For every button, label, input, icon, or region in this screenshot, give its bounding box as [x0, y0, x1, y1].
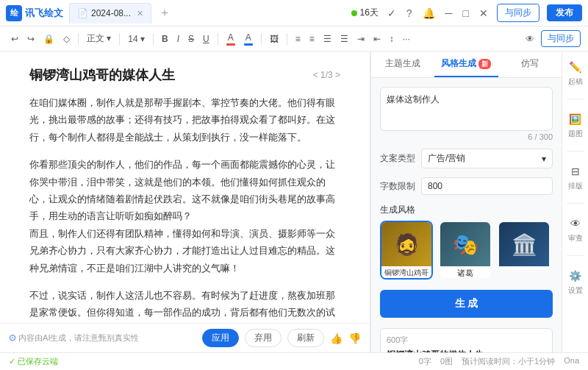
- toolbar-sep-2: [119, 33, 120, 45]
- refresh-button[interactable]: 刷新: [287, 329, 324, 347]
- settings-icon: ⚙️: [567, 268, 584, 284]
- style-card-tongluo[interactable]: 🧔 铜锣湾山鸡哥: [380, 221, 433, 280]
- right-panel: 主题生成 风格生成 新 仿写 媒体这制作人 6 / 300 文案类型: [370, 51, 562, 352]
- toolbar-sep-4: [218, 33, 218, 45]
- style-name-1: 铜锣湾山鸡哥: [381, 266, 431, 280]
- ai-notice: ⊙ 内容由AI生成，请注意甄别真实性: [9, 332, 139, 344]
- sidebar-icon-layout[interactable]: ⊟ 排版: [567, 163, 584, 191]
- media-label: 媒体这制作人: [387, 93, 546, 106]
- outdent-icon[interactable]: ⇤: [370, 32, 384, 46]
- doc-type-select[interactable]: 广告/营销 ▾: [421, 149, 553, 168]
- preview-word-count: 600字: [387, 335, 546, 346]
- line-spacing-icon[interactable]: ↕: [386, 32, 398, 46]
- lock-icon[interactable]: 🔒: [40, 32, 58, 46]
- style-name-3: [499, 266, 549, 269]
- publish-button[interactable]: 发布: [547, 4, 582, 21]
- toolbar: ↩ ↪ 🔒 ◇ 正文 ▾ 14 ▾ B I S U A A 🖼 ≡ ≡ ☰ ☰ …: [0, 26, 588, 51]
- check-icon[interactable]: ✓: [386, 6, 398, 21]
- panel-tabs: 主题生成 风格生成 新 仿写: [371, 51, 562, 78]
- layout-label: 排版: [568, 181, 583, 191]
- style-card-third[interactable]: 🏛️: [498, 221, 551, 280]
- undo-icon[interactable]: ↩: [7, 32, 22, 46]
- editor-scroll[interactable]: 铜锣湾山鸡哥的媒体人生 < 1/3 > 在咱们媒体圈，制作人就是那帮手握剧本、掌…: [0, 51, 370, 352]
- generate-button[interactable]: 生 成: [380, 290, 553, 318]
- review-icon: 👁: [567, 216, 584, 232]
- textarea-counter: 6 / 300: [380, 132, 553, 141]
- image-label: 题图: [568, 129, 583, 139]
- sidebar-icon-review[interactable]: 👁 审查: [567, 216, 584, 243]
- highlight-button[interactable]: A: [240, 30, 257, 48]
- top-bar-right: 16天 ✓ ? 🔔 ─ □ ✕ 与同步 发布: [351, 4, 582, 22]
- image-count-status: 0图: [440, 356, 453, 367]
- thumbs-up-icon[interactable]: 👍: [330, 332, 343, 344]
- ordered-list-icon[interactable]: ☰: [337, 32, 352, 46]
- style-name-2: 诸葛: [440, 266, 490, 280]
- window-max-icon[interactable]: □: [462, 6, 470, 21]
- together-button[interactable]: 与同步: [497, 4, 539, 22]
- italic-button[interactable]: I: [173, 32, 183, 46]
- style-grid: 🧔 铜锣湾山鸡哥 🎭 诸葛 🏛️: [380, 221, 553, 280]
- font-size-dropdown[interactable]: 14 ▾: [124, 32, 148, 46]
- list-icon[interactable]: ☰: [320, 32, 335, 46]
- tab-add-icon[interactable]: ＋: [156, 5, 173, 21]
- status-left: ✓ 已保存云端: [9, 356, 58, 367]
- tab-style[interactable]: 风格生成 新: [434, 51, 498, 77]
- image-icon: 🖼️: [567, 111, 584, 127]
- panel-body: 媒体这制作人 6 / 300 文案类型 广告/营销 ▾ 字数限制 生成风格: [371, 78, 562, 352]
- question-icon[interactable]: ?: [405, 6, 414, 21]
- text-color-button[interactable]: A: [223, 30, 239, 48]
- indent-icon[interactable]: ⇥: [354, 32, 368, 46]
- discard-button[interactable]: 弃用: [245, 329, 282, 347]
- draft-label: 起稿: [568, 77, 583, 87]
- bell-icon[interactable]: 🔔: [421, 6, 437, 21]
- preview-title: 铜锣湾山鸡哥的媒体人生: [387, 349, 546, 352]
- app-logo: 绘 讯飞绘文: [6, 5, 65, 21]
- sidebar-icon-draft[interactable]: ✏️ 起稿: [567, 59, 584, 87]
- window-close-icon[interactable]: ✕: [478, 6, 490, 21]
- tab-close-icon[interactable]: ✕: [137, 9, 143, 18]
- status-right: 0字 0图 预计阅读时间：小于1分钟 Ona: [419, 356, 579, 367]
- toolbar-sep-1: [78, 33, 79, 45]
- logo-icon: 绘: [6, 5, 22, 21]
- diamond-icon[interactable]: ◇: [60, 32, 74, 46]
- doc-type-label: 文案类型: [380, 152, 415, 165]
- underline-button[interactable]: U: [199, 32, 213, 46]
- media-section: 媒体这制作人 6 / 300: [380, 87, 553, 141]
- media-textarea[interactable]: 媒体这制作人: [380, 87, 553, 131]
- tab-theme[interactable]: 主题生成: [371, 51, 434, 77]
- style-img-3: 🏛️: [499, 222, 549, 266]
- sidebar-icon-settings[interactable]: ⚙️ 设置: [567, 268, 584, 296]
- tab-label: 2024-08...: [91, 8, 131, 18]
- apply-button[interactable]: 应用: [202, 329, 239, 347]
- pagination: < 1/3 >: [313, 70, 340, 80]
- top-bar: 绘 讯飞绘文 📄 2024-08... ✕ ＋ 16天 ✓ ? 🔔 ─ □ ✕ …: [0, 0, 588, 26]
- redo-icon[interactable]: ↪: [24, 32, 38, 46]
- style-card-zhuge[interactable]: 🎭 诸葛: [439, 221, 492, 280]
- strikethrough-button[interactable]: S: [184, 32, 198, 46]
- sync-button[interactable]: 与同步: [541, 30, 581, 47]
- fr-divider-4: [567, 255, 584, 256]
- align-left-icon[interactable]: ≡: [292, 32, 304, 46]
- window-min-icon[interactable]: ─: [444, 6, 454, 21]
- tab-imitate[interactable]: 仿写: [498, 51, 562, 77]
- toolbar-sep-5: [261, 33, 262, 45]
- app-name: 讯飞绘文: [25, 7, 63, 20]
- sidebar-icon-image[interactable]: 🖼️ 题图: [567, 111, 584, 139]
- bold-button[interactable]: B: [158, 32, 172, 46]
- editor-actions: 应用 弃用 刷新 👍 👎: [202, 329, 361, 347]
- document-tab[interactable]: 📄 2024-08... ✕: [69, 3, 151, 24]
- more-icon[interactable]: ···: [399, 32, 414, 46]
- fr-divider-3: [567, 203, 584, 204]
- network-dot: [351, 10, 357, 16]
- word-limit-row: 字数限制: [380, 177, 553, 195]
- paragraph-1: 在咱们媒体圈，制作人就是那帮手握剧本、掌控节奏的大佬。他们得有眼光，挑出最带感的…: [29, 94, 340, 146]
- align-center-icon[interactable]: ≡: [306, 32, 318, 46]
- eye-icon[interactable]: 👁: [522, 32, 538, 46]
- network-status: 16天: [351, 7, 378, 19]
- thumbs-down-icon[interactable]: 👎: [348, 332, 361, 344]
- image-insert-icon[interactable]: 🖼: [266, 32, 282, 46]
- style-dropdown[interactable]: 正文 ▾: [83, 30, 115, 47]
- style-img-2: 🎭: [440, 222, 490, 266]
- word-limit-input[interactable]: [421, 177, 553, 195]
- layout-icon: ⊟: [567, 163, 584, 179]
